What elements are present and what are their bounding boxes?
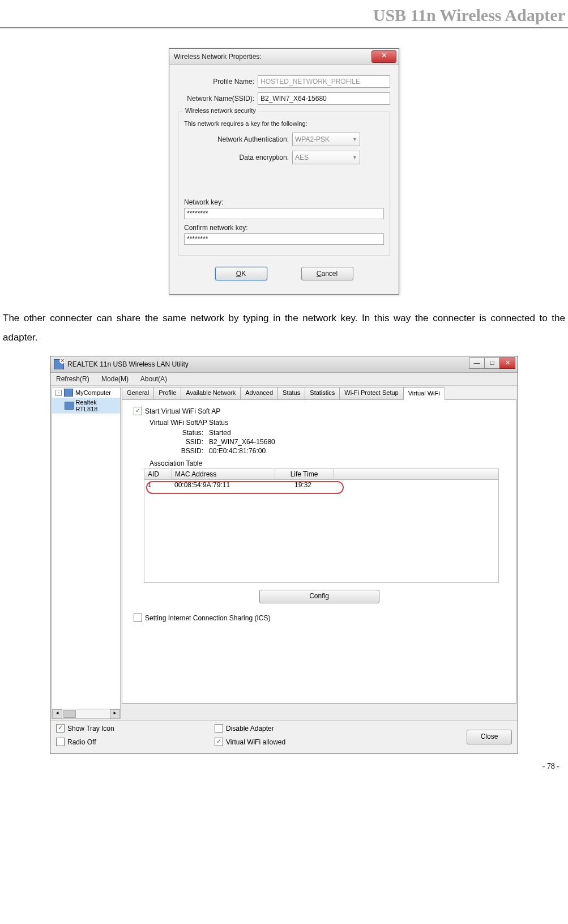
start-softap-label: Start Virtual WiFi Soft AP: [145, 407, 220, 415]
disable-adapter-checkbox[interactable]: [215, 724, 223, 733]
encryption-select[interactable]: AES ▼: [292, 151, 360, 164]
dialog-title: Wireless Network Properties:: [174, 53, 371, 61]
confirm-key-label: Confirm network key:: [184, 224, 384, 232]
scroll-right-icon[interactable]: ►: [110, 709, 120, 718]
col-mac[interactable]: MAC Address: [172, 469, 275, 479]
softap-ssid-label: SSID:: [172, 438, 203, 446]
ics-label: Setting Internet Connection Sharing (ICS…: [145, 614, 270, 622]
collapse-icon[interactable]: -: [55, 390, 62, 396]
status-label: Status:: [172, 429, 203, 437]
cell-lifetime: 19:32: [274, 480, 332, 489]
auth-select[interactable]: WPA2-PSK ▼: [292, 133, 360, 146]
scroll-track[interactable]: [62, 710, 110, 718]
chevron-down-icon: ▼: [352, 155, 357, 160]
close-button[interactable]: Close: [467, 730, 512, 744]
tab-statistics[interactable]: Statistics: [305, 387, 340, 399]
network-key-label: Network key:: [184, 198, 384, 206]
scroll-thumb[interactable]: [63, 710, 76, 718]
status-value: Started: [209, 429, 231, 437]
maximize-icon[interactable]: □: [484, 357, 500, 369]
disable-adapter-label: Disable Adapter: [226, 725, 274, 733]
network-key-input[interactable]: ********: [184, 208, 384, 219]
virtual-wifi-checkbox[interactable]: [215, 738, 223, 746]
start-softap-checkbox[interactable]: [134, 407, 142, 415]
adapter-icon: [65, 402, 74, 410]
table-row[interactable]: 1 00:08:54:9A:79:11 19:32: [144, 480, 498, 490]
ssid-label: Network Name(SSID):: [178, 95, 258, 103]
ok-button[interactable]: OK: [215, 267, 267, 280]
profile-name-input[interactable]: HOSTED_NETWORK_PROFILE: [258, 75, 390, 88]
body-paragraph: The other connecter can share the same n…: [3, 309, 565, 347]
computer-icon: [64, 389, 73, 397]
menu-mode[interactable]: Mode(M): [101, 375, 129, 383]
tab-advanced[interactable]: Advanced: [240, 387, 278, 399]
chevron-down-icon: ▼: [352, 137, 357, 142]
app-icon: [54, 359, 64, 369]
window-titlebar: REALTEK 11n USB Wireless LAN Utility — □…: [50, 356, 518, 373]
profile-name-label: Profile Name:: [178, 78, 258, 86]
dialog-titlebar: Wireless Network Properties: ✕: [169, 49, 399, 65]
tab-general[interactable]: General: [122, 387, 154, 399]
auth-value: WPA2-PSK: [295, 135, 330, 143]
col-lifetime[interactable]: Life Time: [275, 469, 334, 479]
realtek-utility-window: REALTEK 11n USB Wireless LAN Utility — □…: [50, 356, 518, 753]
virtual-wifi-label: Virtual WiFi allowed: [226, 738, 285, 746]
cancel-button[interactable]: Cancel: [301, 267, 353, 280]
security-group-title: Wireless network security: [183, 107, 258, 114]
tree-root[interactable]: - MyComputer: [52, 388, 120, 398]
security-subtext: This network requires a key for the foll…: [184, 120, 384, 127]
tab-virtual-wifi[interactable]: Virtual WiFi: [403, 388, 445, 400]
close-icon[interactable]: ✕: [371, 50, 396, 63]
tree-child[interactable]: Realtek RTL818: [52, 398, 120, 414]
tree-child-label: Realtek RTL818: [76, 399, 119, 412]
encryption-value: AES: [295, 154, 309, 161]
col-aid[interactable]: AID: [144, 469, 172, 479]
page-number: - 78 -: [0, 753, 568, 777]
tab-profile[interactable]: Profile: [153, 387, 181, 399]
ssid-input[interactable]: B2_WIN7_X64-15680: [258, 92, 390, 105]
window-title: REALTEK 11n USB Wireless LAN Utility: [67, 360, 189, 368]
menu-refresh[interactable]: Refresh(R): [56, 375, 89, 383]
ics-checkbox[interactable]: [134, 614, 142, 622]
cell-aid: 1: [144, 480, 171, 489]
tab-available-network[interactable]: Available Network: [181, 387, 241, 399]
page-header: USB 11n Wireless Adapter: [0, 0, 568, 28]
bssid-label: BSSID:: [172, 447, 203, 455]
auth-label: Network Authentication:: [184, 135, 292, 143]
radio-off-label: Radio Off: [67, 738, 96, 746]
bssid-value: 00:E0:4C:81:76:00: [209, 447, 266, 455]
wireless-properties-dialog: Wireless Network Properties: ✕ Profile N…: [169, 48, 399, 295]
show-tray-label: Show Tray Icon: [67, 725, 114, 733]
confirm-key-input[interactable]: ********: [184, 233, 384, 245]
radio-off-checkbox[interactable]: [56, 738, 65, 746]
config-button[interactable]: Config: [259, 590, 379, 603]
tab-bar: General Profile Available Network Advanc…: [122, 387, 516, 400]
cell-mac: 00:08:54:9A:79:11: [171, 480, 274, 489]
minimize-icon[interactable]: —: [469, 357, 485, 369]
softap-ssid-value: B2_WIN7_X64-15680: [209, 438, 275, 446]
softap-status-title: Virtual WiFi SoftAP Status: [150, 419, 505, 427]
device-tree[interactable]: - MyComputer Realtek RTL818 ◄ ►: [52, 387, 121, 719]
association-table: AID MAC Address Life Time 1 00:08:54:9A:…: [144, 469, 499, 583]
tab-status[interactable]: Status: [277, 387, 305, 399]
menu-about[interactable]: About(A): [140, 375, 167, 383]
menubar: Refresh(R) Mode(M) About(A): [50, 373, 518, 385]
close-icon[interactable]: ✕: [499, 357, 515, 369]
tree-root-label: MyComputer: [75, 389, 111, 396]
horizontal-scrollbar[interactable]: ◄ ►: [52, 709, 120, 718]
encryption-label: Data encryption:: [184, 154, 292, 161]
tab-wps[interactable]: Wi-Fi Protect Setup: [339, 387, 403, 399]
show-tray-checkbox[interactable]: [56, 724, 65, 733]
assoc-table-title: Association Table: [150, 459, 505, 467]
scroll-left-icon[interactable]: ◄: [52, 709, 62, 718]
